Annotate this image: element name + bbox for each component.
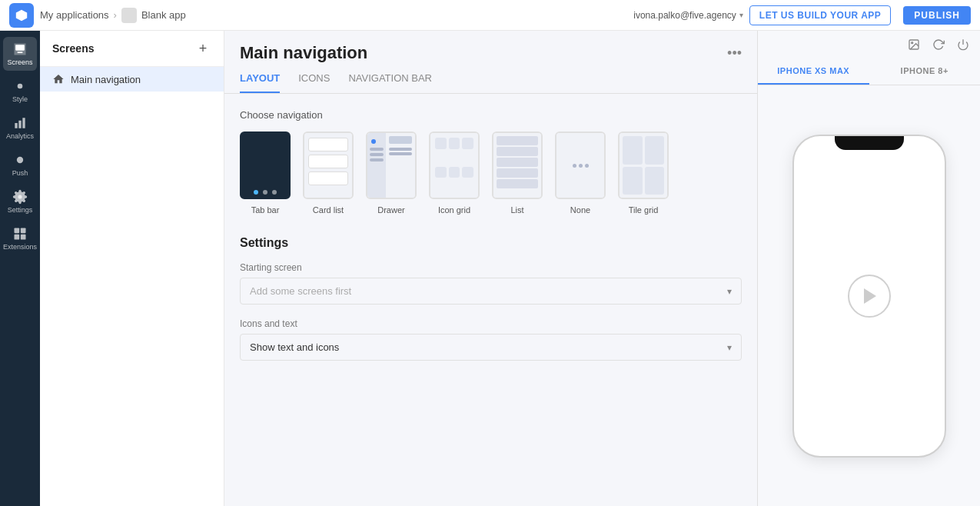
drawer-content (386, 133, 415, 198)
play-circle (848, 275, 891, 318)
app-logo (9, 3, 34, 28)
topbar: My applications › Blank app ivona.palko@… (0, 0, 980, 31)
starting-screen-select[interactable]: Add some screens first ▾ (240, 278, 742, 305)
card-list-preview (303, 131, 354, 199)
user-dropdown-chevron: ▾ (739, 11, 743, 19)
content-scroll: Choose navigation Tab bar (224, 94, 757, 506)
preview-power-button[interactable] (952, 34, 974, 55)
phone-frame (792, 135, 946, 458)
tab-bar-label: Tab bar (251, 205, 280, 215)
tab-navigation-bar[interactable]: NAVIGATION BAR (348, 72, 432, 93)
tab-layout[interactable]: LAYOUT (240, 72, 280, 93)
icon-sidebar: Screens Style Analytics Push Settings Ex… (0, 31, 40, 506)
sidebar-item-analytics[interactable]: Analytics (3, 111, 37, 145)
icon-cell-3 (462, 138, 473, 149)
list-preview (492, 131, 543, 199)
page-header: Main navigation ••• (224, 31, 757, 63)
screen-item-main-nav[interactable]: Main navigation (40, 67, 224, 92)
card-list-label: Card list (313, 205, 344, 215)
let-us-build-button[interactable]: LET US BUILD YOUR APP (749, 5, 892, 25)
sidebar-item-settings-label: Settings (8, 206, 33, 214)
nav-option-tab-bar[interactable]: Tab bar (240, 131, 291, 215)
svg-point-3 (17, 157, 23, 163)
icongrid-preview-bg (430, 133, 478, 198)
settings-title: Settings (240, 236, 742, 250)
list-row-3 (497, 158, 538, 167)
nav-option-card-list[interactable]: Card list (303, 131, 354, 215)
preview-refresh-button[interactable] (928, 34, 949, 55)
tabbar-dots (241, 190, 289, 195)
breadcrumb-app-name: Blank app (141, 9, 186, 21)
starting-screen-placeholder: Add some screens first (250, 285, 351, 297)
add-screen-button[interactable]: + (194, 40, 211, 57)
breadcrumb-separator: › (114, 9, 117, 21)
icon-cell-6 (462, 167, 473, 178)
tabbar-dot-1 (254, 190, 258, 195)
card-item-3 (308, 171, 348, 185)
screens-panel: Screens + Main navigation (40, 31, 224, 506)
screens-header: Screens + (40, 31, 224, 67)
sidebar-item-settings[interactable]: Settings (3, 185, 37, 218)
none-preview (555, 131, 606, 199)
tile-cell-4 (645, 167, 665, 195)
main-layout: Screens Style Analytics Push Settings Ex… (0, 31, 980, 506)
drawer-preview (366, 131, 417, 199)
nav-option-list[interactable]: List (492, 131, 543, 215)
svg-rect-0 (15, 45, 25, 50)
phone-notch (835, 136, 904, 150)
preview-tab-iphone-xs-max[interactable]: IPHONE XS MAX (758, 58, 869, 85)
page-title: Main navigation (240, 43, 367, 63)
publish-button[interactable]: PUBLISH (903, 6, 971, 25)
sidebar-item-extensions-label: Extensions (3, 243, 37, 251)
list-label: List (510, 205, 523, 215)
list-row-5 (497, 179, 538, 188)
breadcrumb: My applications › Blank app (40, 8, 186, 23)
icons-and-text-select[interactable]: Show text and icons ▾ (240, 334, 742, 361)
cardlist-preview-bg (304, 133, 352, 198)
sidebar-item-analytics-label: Analytics (6, 132, 34, 140)
app-icon (121, 8, 137, 23)
icons-and-text-value: Show text and icons (250, 341, 339, 353)
drawer-line-3 (370, 158, 384, 161)
drawer-preview-bg (367, 133, 415, 198)
sidebar-item-style[interactable]: Style (3, 74, 37, 108)
tab-icons[interactable]: ICONS (298, 72, 330, 93)
starting-screen-chevron: ▾ (727, 286, 732, 297)
content-area: Main navigation ••• LAYOUT ICONS NAVIGAT… (224, 31, 757, 506)
tile-cell-1 (623, 136, 643, 165)
sidebar-item-push[interactable]: Push (3, 148, 37, 181)
svg-rect-6 (21, 228, 26, 234)
breadcrumb-my-apps[interactable]: My applications (40, 9, 109, 21)
tilegrid-preview-bg (620, 133, 667, 198)
sidebar-item-screens[interactable]: Screens (3, 37, 37, 71)
none-preview-bg (556, 133, 604, 198)
none-dot-1 (573, 164, 576, 168)
tile-cell-2 (645, 136, 665, 165)
drawer-dot (371, 139, 376, 144)
preview-panel: IPHONE XS MAX IPHONE 8+ (757, 31, 980, 506)
tile-cell-3 (623, 167, 643, 195)
preview-image-button[interactable] (903, 34, 925, 55)
user-email[interactable]: ivona.palko@five.agency ▾ (633, 10, 743, 21)
tabs: LAYOUT ICONS NAVIGATION BAR (224, 63, 757, 94)
icon-cell-4 (435, 167, 447, 178)
list-row-1 (497, 136, 538, 145)
tabbar-dot-2 (263, 190, 267, 195)
tab-bar-preview (240, 131, 291, 199)
preview-content (777, 85, 962, 506)
phone-play-area[interactable] (848, 136, 891, 456)
sidebar-item-screens-label: Screens (7, 58, 32, 66)
nav-option-none[interactable]: None (555, 131, 606, 215)
nav-option-tile-grid[interactable]: Tile grid (618, 131, 669, 215)
none-label: None (570, 205, 590, 215)
sidebar-item-extensions[interactable]: Extensions (3, 221, 37, 255)
preview-tab-iphone-8-plus[interactable]: IPHONE 8+ (869, 58, 981, 85)
svg-rect-7 (15, 235, 20, 240)
nav-option-drawer[interactable]: Drawer (366, 131, 417, 215)
icon-grid-preview (429, 131, 480, 199)
starting-screen-label: Starting screen (240, 262, 742, 273)
page-menu-button[interactable]: ••• (727, 45, 742, 62)
nav-option-icon-grid[interactable]: Icon grid (429, 131, 480, 215)
drawer-content-line-2 (389, 152, 412, 155)
screen-item-label: Main navigation (71, 74, 141, 85)
